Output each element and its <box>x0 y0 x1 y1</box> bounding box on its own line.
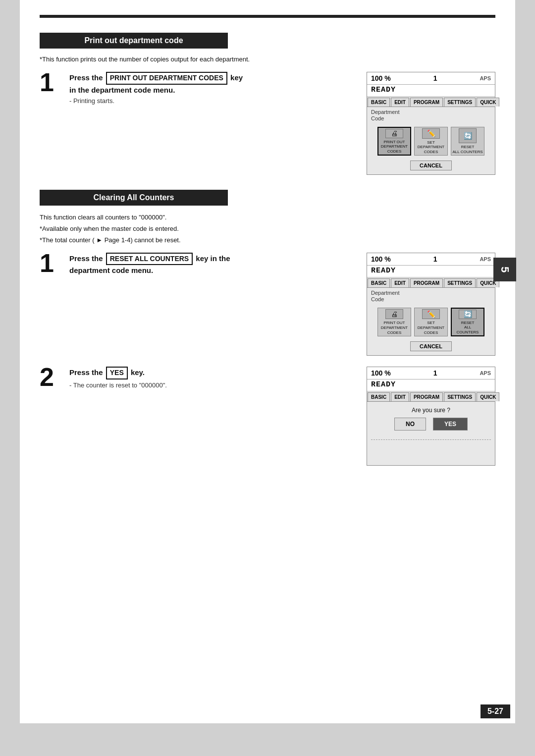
tab-edit-2[interactable]: EDIT <box>391 278 409 287</box>
print-icon-2: 🖨 <box>385 309 403 319</box>
step-sub-clear-2: - The counter is reset to "000000". <box>69 381 357 389</box>
note-line-3: *The total counter ( ► Page 1-4) cannot … <box>40 235 495 246</box>
section-header-clearing: Clearing All Counters <box>40 190 228 206</box>
tab-program-3[interactable]: PROGRAM <box>410 392 443 401</box>
icon-print-out-2[interactable]: 🖨 PRINT OUTDEPARTMENT CODES <box>377 308 411 336</box>
status-num-3: 1 <box>433 369 437 377</box>
ready-bar-1: READY <box>367 85 495 97</box>
status-aps-3: APS <box>480 370 491 376</box>
reset-all-key[interactable]: RESET ALL COUNTERS <box>106 253 193 266</box>
step-title-text-before-c2: Press the <box>69 368 105 377</box>
reset-icon-2: 🔄 <box>459 310 477 319</box>
section-print-out: Print out department code *This function… <box>40 33 495 175</box>
tab-basic-3[interactable]: BASIC <box>368 392 390 401</box>
step-title-clear-2: Press the YES key. <box>69 367 357 379</box>
section-note: *This function prints out the number of … <box>40 55 495 63</box>
tab-quick-1[interactable]: QUICK <box>477 98 499 107</box>
yes-no-row: NO YES <box>367 418 495 435</box>
icon-reset-1[interactable]: 🔄 RESETALL COUNTERS <box>451 127 484 156</box>
icon-label-reset-2: RESETALL COUNTERS <box>453 321 482 335</box>
step-title-text-before-c1: Press the <box>69 254 105 263</box>
step-title-text-after-c2: key. <box>129 368 145 377</box>
ready-bar-2: READY <box>367 266 495 277</box>
step-number-clear-2: 2 <box>40 364 59 390</box>
status-aps-1: APS <box>480 75 491 81</box>
tabs-row-1: BASIC EDIT PROGRAM SETTINGS QUICK <box>367 97 495 107</box>
status-pct-1: 100 % <box>371 74 391 82</box>
screen-status-2: 100 % 1 APS <box>367 253 495 266</box>
no-button[interactable]: NO <box>394 418 426 431</box>
top-rule <box>40 15 495 18</box>
ready-bar-3: READY <box>367 379 495 391</box>
reset-icon-1: 🔄 <box>459 128 477 143</box>
step-title-text-before: Press the <box>69 73 105 82</box>
icon-label-print-1: PRINT OUTDEPARTMENT CODES <box>379 140 409 154</box>
step-1-print: 1 Press the PRINT OUT DEPARTMENT CODES k… <box>40 72 495 175</box>
set-icon-2: ✏️ <box>422 309 440 319</box>
step-1-clear: 1 Press the RESET ALL COUNTERS key in th… <box>40 253 495 356</box>
section-clearing: Clearing All Counters This function clea… <box>40 190 495 466</box>
tabs-row-2: BASIC EDIT PROGRAM SETTINGS QUICK <box>367 277 495 288</box>
yes-button[interactable]: YES <box>433 418 468 431</box>
status-num-1: 1 <box>433 74 437 82</box>
icon-label-set-1: SETDEPARTMENT CODES <box>416 140 446 155</box>
icon-label-reset-1: RESETALL COUNTERS <box>452 145 482 154</box>
tab-edit-1[interactable]: EDIT <box>391 98 409 107</box>
tab-quick-3[interactable]: QUICK <box>477 392 499 401</box>
cancel-row-1: CANCEL <box>367 158 495 174</box>
note-line-1: This function clears all counters to "00… <box>40 213 495 223</box>
clearing-notes: This function clears all counters to "00… <box>40 213 495 245</box>
screen-status-1: 100 % 1 APS <box>367 72 495 85</box>
icon-print-out-1[interactable]: 🖨 PRINT OUTDEPARTMENT CODES <box>377 127 411 156</box>
tab-program-1[interactable]: PROGRAM <box>410 98 443 107</box>
icon-label-print-2: PRINT OUTDEPARTMENT CODES <box>379 321 410 335</box>
icon-set-dept-2[interactable]: ✏️ SETDEPARTMENT CODES <box>414 308 448 336</box>
icon-reset-2[interactable]: 🔄 RESETALL COUNTERS <box>451 308 484 336</box>
step-2-clear: 2 Press the YES key. - The counter is re… <box>40 367 495 466</box>
step-number-clear-1: 1 <box>40 250 59 276</box>
screen-panel-2: 100 % 1 APS READY BASIC EDIT PROGRAM SET… <box>367 253 495 356</box>
cancel-row-2: CANCEL <box>367 338 495 355</box>
tab-settings-3[interactable]: SETTINGS <box>444 392 476 401</box>
yes-key[interactable]: YES <box>106 367 128 379</box>
tab-basic-1[interactable]: BASIC <box>368 98 390 107</box>
icon-label-set-2: SETDEPARTMENT CODES <box>416 321 446 335</box>
status-pct-3: 100 % <box>371 369 391 377</box>
are-you-sure-text: Are you sure ? <box>367 402 495 418</box>
dept-label-2: DepartmentCode <box>367 288 495 304</box>
print-out-key[interactable]: PRINT OUT DEPARTMENT CODES <box>106 72 227 85</box>
cancel-btn-1[interactable]: CANCEL <box>410 161 452 170</box>
note-line-2: *Available only when the master code is … <box>40 224 495 234</box>
screen-status-3: 100 % 1 APS <box>367 367 495 379</box>
step-content-clear-1: Press the RESET ALL COUNTERS key in thed… <box>69 253 357 278</box>
tab-basic-2[interactable]: BASIC <box>368 278 390 287</box>
tab-edit-3[interactable]: EDIT <box>391 392 409 401</box>
step-title-1: Press the PRINT OUT DEPARTMENT CODES key… <box>69 72 357 95</box>
icon-set-dept-1[interactable]: ✏️ SETDEPARTMENT CODES <box>414 127 448 156</box>
step-content-1: Press the PRINT OUT DEPARTMENT CODES key… <box>69 72 357 105</box>
step-number-1: 1 <box>40 69 59 95</box>
status-aps-2: APS <box>480 256 491 262</box>
status-num-2: 1 <box>433 255 437 263</box>
icons-row-1: 🖨 PRINT OUTDEPARTMENT CODES ✏️ SETDEPART… <box>367 123 495 158</box>
tab-settings-2[interactable]: SETTINGS <box>444 278 476 287</box>
screen-panel-3: 100 % 1 APS READY BASIC EDIT PROGRAM SET… <box>367 367 495 466</box>
print-icon-1: 🖨 <box>385 129 403 138</box>
cancel-btn-2[interactable]: CANCEL <box>410 341 452 351</box>
tab-program-2[interactable]: PROGRAM <box>410 278 443 287</box>
tabs-row-3: BASIC EDIT PROGRAM SETTINGS QUICK <box>367 391 495 402</box>
section-header-print-out: Print out department code <box>40 33 228 49</box>
bottom-space <box>367 440 495 460</box>
step-sub-1: - Printing starts. <box>69 97 357 105</box>
set-icon-1: ✏️ <box>422 128 440 138</box>
side-tab: 5 <box>493 258 516 281</box>
tab-settings-1[interactable]: SETTINGS <box>444 98 476 107</box>
page-number: 5-27 <box>481 704 510 718</box>
screen-panel-1: 100 % 1 APS READY BASIC EDIT PROGRAM SET… <box>367 72 495 175</box>
step-title-clear-1: Press the RESET ALL COUNTERS key in thed… <box>69 253 357 276</box>
status-pct-2: 100 % <box>371 255 391 263</box>
step-content-clear-2: Press the YES key. - The counter is rese… <box>69 367 357 389</box>
icons-row-2: 🖨 PRINT OUTDEPARTMENT CODES ✏️ SETDEPART… <box>367 304 495 338</box>
dept-label-1: DepartmentCode <box>367 107 495 123</box>
